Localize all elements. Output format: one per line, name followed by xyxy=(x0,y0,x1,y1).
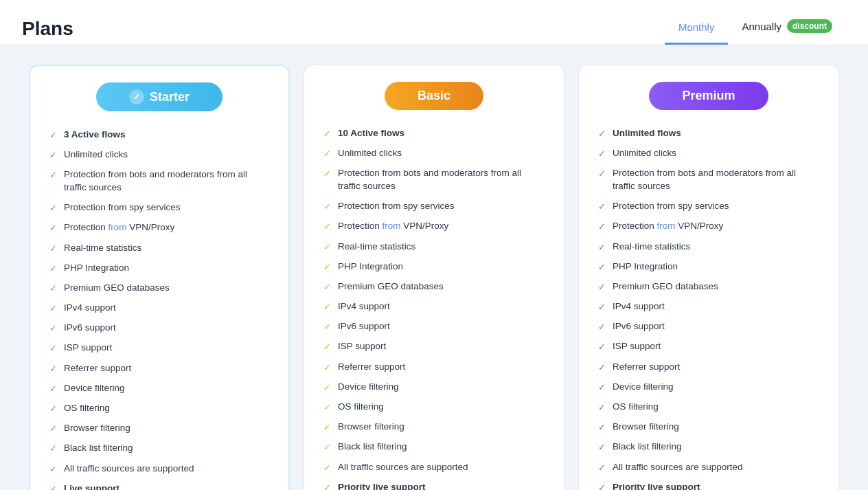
check-icon: ✓ xyxy=(598,221,606,233)
check-icon: ✓ xyxy=(598,441,606,454)
check-icon: ✓ xyxy=(598,301,606,313)
check-icon: ✓ xyxy=(49,403,57,415)
plan-name-basic: Basic xyxy=(418,89,450,103)
list-item: ✓ISP support xyxy=(323,337,545,357)
list-item: ✓Priority live support xyxy=(323,478,545,490)
list-item: ✓PHP Integration xyxy=(598,257,819,277)
plan-header-premium: Premium xyxy=(579,65,838,117)
feature-text: Priority live support xyxy=(613,481,700,490)
check-icon: ✓ xyxy=(323,421,331,434)
check-icon: ✓ xyxy=(49,342,57,355)
check-icon: ✓ xyxy=(323,321,331,333)
check-icon: ✓ xyxy=(49,202,57,214)
list-item: ✓Referrer support xyxy=(323,357,545,377)
feature-text: OS filtering xyxy=(613,401,659,414)
list-item: ✓ISP support xyxy=(49,338,269,358)
feature-text: Unlimited clicks xyxy=(64,148,128,162)
feature-text: Device filtering xyxy=(613,381,674,394)
list-item: ✓All traffic sources are supported xyxy=(598,458,819,478)
check-icon: ✓ xyxy=(323,221,331,233)
feature-text: IPv4 support xyxy=(613,300,665,313)
monthly-option[interactable]: Monthly xyxy=(665,14,729,45)
list-item: ✓PHP Integration xyxy=(323,257,545,277)
feature-text: Real-time statistics xyxy=(338,241,415,254)
list-item: ✓IPv6 support xyxy=(323,317,545,337)
check-icon: ✓ xyxy=(49,383,57,395)
feature-text-part: Protection from bots and moderators from… xyxy=(613,168,796,178)
list-item: ✓Protection from spy services xyxy=(49,198,269,218)
check-icon: ✓ xyxy=(598,261,606,274)
check-icon: ✓ xyxy=(323,361,331,374)
check-icon: ✓ xyxy=(49,243,57,255)
list-item: ✓Protection from bots and moderators fro… xyxy=(598,164,819,197)
list-item: ✓Referrer support xyxy=(598,357,819,377)
features-list-basic: ✓10 Active flows✓Unlimited clicks✓Protec… xyxy=(304,117,564,490)
list-item: ✓All traffic sources are supported xyxy=(49,459,269,479)
feature-text: Premium GEO databases xyxy=(338,280,444,293)
check-icon: ✓ xyxy=(323,168,331,180)
feature-text: Protection from spy services xyxy=(613,200,729,213)
feature-text: IPv6 support xyxy=(338,320,390,333)
check-icon: ✓ xyxy=(598,401,606,414)
feature-text: ISP support xyxy=(613,340,661,353)
features-list-starter: ✓3 Active flows✓Unlimited clicks✓Protect… xyxy=(30,118,288,490)
feature-text: PHP Integration xyxy=(613,260,678,274)
list-item: ✓Real-time statistics xyxy=(49,238,269,258)
list-item: ✓OS filtering xyxy=(598,397,819,417)
check-icon: ✓ xyxy=(598,321,606,333)
annually-option[interactable]: Annually discount xyxy=(728,12,846,45)
feature-text: IPv4 support xyxy=(64,302,116,315)
list-item: ✓Browser filtering xyxy=(323,417,545,437)
plan-card-premium: Premium✓Unlimited flows✓Unlimited clicks… xyxy=(578,65,839,490)
plan-badge-starter: ✓Starter xyxy=(96,82,222,111)
list-item: ✓Protection from VPN/Proxy xyxy=(323,216,545,236)
page-title: Plans xyxy=(22,18,73,40)
check-icon: ✓ xyxy=(49,483,57,490)
feature-text-part: traffic sources xyxy=(613,181,670,191)
feature-text: Protection from VPN/Proxy xyxy=(64,221,174,234)
list-item: ✓Device filtering xyxy=(598,377,819,397)
plans-container: ✓Starter✓3 Active flows✓Unlimited clicks… xyxy=(0,45,868,490)
check-icon: ✓ xyxy=(598,421,606,434)
check-icon: ✓ xyxy=(598,168,606,180)
check-icon: ✓ xyxy=(49,322,57,335)
feature-text: Referrer support xyxy=(613,361,680,374)
annually-label: Annually xyxy=(742,21,781,32)
list-item: ✓IPv6 support xyxy=(49,318,269,338)
list-item: ✓Premium GEO databases xyxy=(49,278,269,298)
check-icon: ✓ xyxy=(323,261,331,274)
list-item: ✓3 Active flows xyxy=(49,125,269,145)
feature-text: ISP support xyxy=(338,340,386,353)
feature-text: IPv6 support xyxy=(613,320,665,333)
list-item: ✓Black list filtering xyxy=(323,437,545,457)
check-icon: ✓ xyxy=(49,169,57,181)
feature-text: PHP Integration xyxy=(338,260,403,274)
check-icon: ✓ xyxy=(323,128,331,140)
billing-toggle: Monthly Annually discount xyxy=(665,12,846,45)
feature-text: Unlimited flows xyxy=(613,127,681,140)
feature-text: Premium GEO databases xyxy=(64,282,170,295)
list-item: ✓OS filtering xyxy=(49,399,269,419)
feature-text: Referrer support xyxy=(338,361,405,374)
list-item: ✓Black list filtering xyxy=(598,437,819,457)
feature-text: Protection from spy services xyxy=(338,200,455,213)
checkmark-circle-icon: ✓ xyxy=(129,89,144,104)
check-icon: ✓ xyxy=(49,282,57,295)
feature-text: Unlimited clicks xyxy=(338,147,402,160)
list-item: ✓Unlimited clicks xyxy=(598,144,819,164)
feature-text: Browser filtering xyxy=(64,422,130,435)
feature-text: Referrer support xyxy=(64,362,131,375)
list-item: ✓Unlimited clicks xyxy=(323,144,545,164)
feature-text: Device filtering xyxy=(64,382,125,395)
feature-text: Real-time statistics xyxy=(64,242,141,255)
feature-text: Protection from bots and moderators from… xyxy=(338,167,545,193)
check-icon: ✓ xyxy=(323,201,331,213)
list-item: ✓Unlimited flows xyxy=(598,124,819,144)
feature-text: IPv4 support xyxy=(338,300,390,313)
check-icon: ✓ xyxy=(598,241,606,254)
check-icon: ✓ xyxy=(323,148,331,160)
list-item: ✓Premium GEO databases xyxy=(598,277,819,297)
check-icon: ✓ xyxy=(323,341,331,353)
list-item: ✓Protection from spy services xyxy=(323,197,545,216)
check-icon: ✓ xyxy=(49,443,57,455)
